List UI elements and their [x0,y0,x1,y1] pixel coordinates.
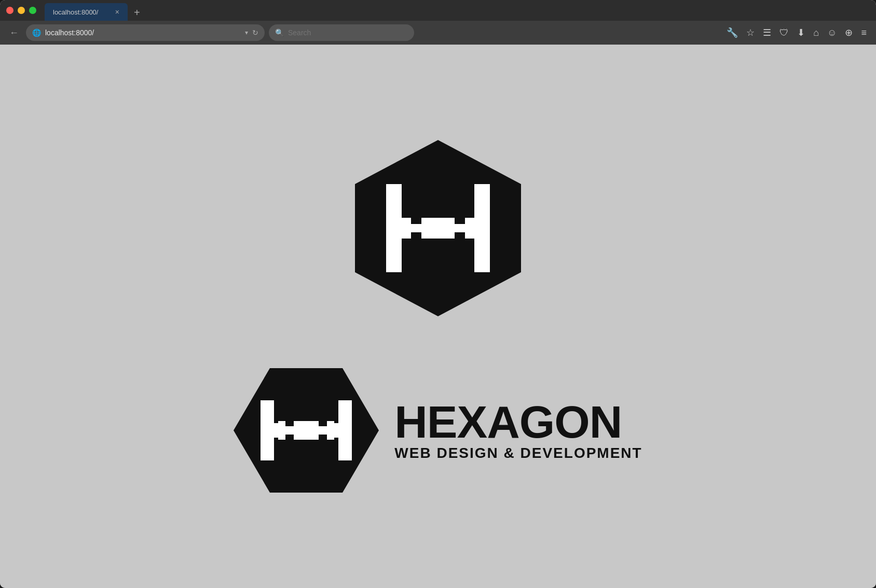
svg-rect-8 [411,218,421,224]
bookmark-icon[interactable]: ☆ [743,25,758,40]
svg-rect-9 [455,218,465,224]
svg-rect-4 [464,184,474,218]
svg-rect-11 [455,232,465,239]
home-icon[interactable]: ⌂ [810,25,822,40]
nav-icons: 🔧 ☆ ☰ 🛡 ⬇ ⌂ ☺ ⊕ ≡ [723,25,870,40]
pocket-icon[interactable]: 🛡 [776,25,792,40]
logo-with-text: HEXAGON WEB DESIGN & DEVELOPMENT [234,358,642,503]
back-icon: ← [9,27,19,38]
company-name-block: HEXAGON WEB DESIGN & DEVELOPMENT [394,399,642,461]
svg-rect-10 [411,232,421,239]
large-logo [339,130,537,327]
large-hexagon-svg [339,130,537,327]
list-icon[interactable]: ☰ [760,25,774,40]
svg-rect-22 [285,435,294,440]
svg-rect-6 [464,239,474,272]
svg-rect-20 [285,421,294,426]
tab-title: localhost:8000/ [53,8,98,16]
svg-rect-16 [331,400,338,423]
nav-bar: ← 🌐 ▾ ↻ 🔍 🔧 ☆ ☰ 🛡 ⬇ ⌂ ☺ ⊕ ≡ [0,21,876,45]
svg-rect-17 [274,438,281,460]
small-hexagon-svg [234,358,379,503]
settings-icon[interactable]: ⊕ [842,25,856,40]
small-logo [234,358,379,503]
refresh-button[interactable]: ↻ [252,29,258,37]
globe-icon: 🌐 [32,29,41,37]
company-main-name: HEXAGON [394,399,642,445]
menu-icon[interactable]: ≡ [858,25,870,40]
back-button[interactable]: ← [6,25,22,40]
emoji-icon[interactable]: ☺ [824,25,840,40]
browser-tab[interactable]: localhost:8000/ × [45,3,128,21]
svg-rect-15 [274,400,281,423]
dropdown-arrow-icon[interactable]: ▾ [245,29,248,36]
tab-close-button[interactable]: × [115,8,119,16]
browser-window: localhost:8000/ × + ← 🌐 ▾ ↻ 🔍 🔧 ☆ ☰ 🛡 ⬇ … [0,0,876,588]
address-bar[interactable]: 🌐 ▾ ↻ [26,24,265,41]
tab-area: localhost:8000/ × + [45,0,870,21]
content-area: HEXAGON WEB DESIGN & DEVELOPMENT [0,45,876,588]
title-bar: localhost:8000/ × + [0,0,876,21]
svg-rect-21 [319,421,327,426]
new-tab-button[interactable]: + [132,5,142,21]
svg-rect-5 [402,239,412,272]
close-button[interactable] [6,7,13,14]
svg-rect-23 [319,435,327,440]
search-icon: 🔍 [275,29,284,37]
download-icon[interactable]: ⬇ [794,25,808,40]
maximize-button[interactable] [29,7,36,14]
company-sub-name: WEB DESIGN & DEVELOPMENT [394,445,642,461]
tools-icon[interactable]: 🔧 [723,25,741,40]
search-bar[interactable]: 🔍 [269,24,414,41]
minimize-button[interactable] [18,7,25,14]
svg-rect-3 [402,184,412,218]
svg-rect-18 [331,438,338,460]
search-input[interactable] [288,29,408,37]
url-input[interactable] [45,29,241,37]
traffic-lights [6,7,36,14]
